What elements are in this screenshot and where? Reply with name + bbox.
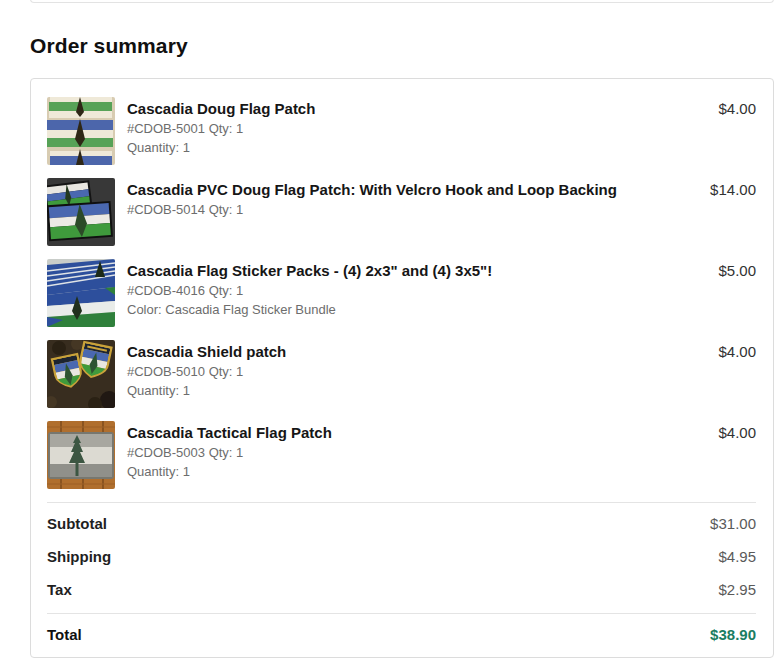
item-sku-qty: #CDOB-5001 Qty: 1	[127, 121, 718, 137]
item-title: Cascadia Shield patch	[127, 343, 718, 361]
subtotal-row: Subtotal $31.00	[47, 516, 756, 532]
item-option: Quantity: 1	[127, 464, 718, 480]
tax-value: $2.95	[718, 582, 756, 598]
previous-card-bottom-edge	[30, 0, 774, 3]
item-title: Cascadia Tactical Flag Patch	[127, 424, 718, 442]
item-sku-qty: #CDOB-5003 Qty: 1	[127, 445, 718, 461]
item-price: $5.00	[718, 259, 756, 280]
item-info: Cascadia Flag Sticker Packs - (4) 2x3" a…	[127, 259, 718, 318]
item-sku-qty: #CDOB-5014 Qty: 1	[127, 202, 710, 218]
item-info: Cascadia PVC Doug Flag Patch: With Velcr…	[127, 178, 710, 218]
total-divider	[47, 613, 756, 614]
order-item: Cascadia Tactical Flag Patch #CDOB-5003 …	[47, 421, 756, 489]
order-item: Cascadia PVC Doug Flag Patch: With Velcr…	[47, 178, 756, 246]
subtotal-value: $31.00	[710, 516, 756, 532]
item-sku-qty: #CDOB-5010 Qty: 1	[127, 364, 718, 380]
item-price: $4.00	[718, 340, 756, 361]
item-thumbnail-flag-sticker-pack	[47, 259, 115, 327]
item-option: Color: Cascadia Flag Sticker Bundle	[127, 302, 718, 318]
total-row: Total $38.90	[47, 627, 756, 643]
shipping-value: $4.95	[718, 549, 756, 565]
item-info: Cascadia Shield patch #CDOB-5010 Qty: 1 …	[127, 340, 718, 399]
subtotal-label: Subtotal	[47, 516, 107, 532]
order-summary-card: Cascadia Doug Flag Patch #CDOB-5001 Qty:…	[30, 78, 774, 658]
item-price: $4.00	[718, 421, 756, 442]
order-item: Cascadia Flag Sticker Packs - (4) 2x3" a…	[47, 259, 756, 327]
item-title: Cascadia Doug Flag Patch	[127, 100, 718, 118]
item-thumbnail-doug-flag-patch	[47, 97, 115, 165]
item-info: Cascadia Tactical Flag Patch #CDOB-5003 …	[127, 421, 718, 480]
item-option: Quantity: 1	[127, 140, 718, 156]
item-price: $4.00	[718, 97, 756, 118]
item-thumbnail-pvc-doug-flag-patch	[47, 178, 115, 246]
order-item: Cascadia Doug Flag Patch #CDOB-5001 Qty:…	[47, 97, 756, 165]
item-thumbnail-tactical-flag-patch	[47, 421, 115, 489]
item-title: Cascadia Flag Sticker Packs - (4) 2x3" a…	[127, 262, 718, 280]
tax-row: Tax $2.95	[47, 582, 756, 598]
item-option: Quantity: 1	[127, 383, 718, 399]
total-value: $38.90	[710, 627, 756, 643]
item-sku-qty: #CDOB-4016 Qty: 1	[127, 283, 718, 299]
item-title: Cascadia PVC Doug Flag Patch: With Velcr…	[127, 181, 710, 199]
totals-divider	[47, 502, 756, 503]
tax-label: Tax	[47, 582, 72, 598]
page-title: Order summary	[30, 34, 782, 58]
shipping-row: Shipping $4.95	[47, 549, 756, 565]
item-info: Cascadia Doug Flag Patch #CDOB-5001 Qty:…	[127, 97, 718, 156]
item-price: $14.00	[710, 178, 756, 199]
shipping-label: Shipping	[47, 549, 111, 565]
total-label: Total	[47, 627, 82, 643]
order-item: Cascadia Shield patch #CDOB-5010 Qty: 1 …	[47, 340, 756, 408]
item-thumbnail-shield-patch	[47, 340, 115, 408]
